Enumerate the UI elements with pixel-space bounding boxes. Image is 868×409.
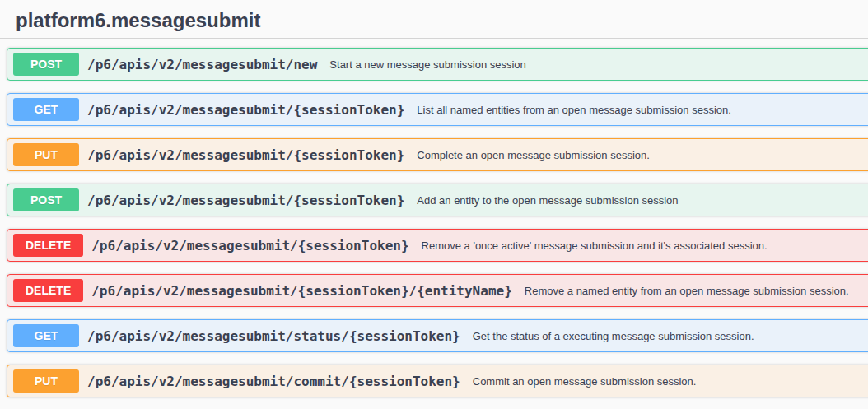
endpoint-path: /p6/apis/v2/messagesubmit/{sessionToken} (87, 147, 404, 163)
endpoint-path: /p6/apis/v2/messagesubmit/{sessionToken} (87, 193, 404, 208)
page-title: platform6.messagesubmit (0, 0, 868, 38)
method-badge: PUT (13, 143, 79, 166)
section-divider (0, 38, 868, 39)
endpoint-path: /p6/apis/v2/messagesubmit/{sessionToken}… (91, 283, 512, 299)
endpoint-row[interactable]: POST /p6/apis/v2/messagesubmit/new Start… (7, 48, 868, 81)
endpoint-path: /p6/apis/v2/messagesubmit/{sessionToken} (91, 238, 408, 253)
endpoint-list: POST /p6/apis/v2/messagesubmit/new Start… (7, 48, 868, 397)
endpoint-description: Remove a 'once active' message submissio… (422, 239, 768, 252)
endpoint-row[interactable]: POST /p6/apis/v2/messagesubmit/{sessionT… (7, 184, 868, 216)
endpoint-path: /p6/apis/v2/messagesubmit/status/{sessio… (87, 328, 460, 344)
endpoint-description: Add an entity to the open message submis… (417, 194, 678, 207)
endpoint-description: Remove a named entity from an open messa… (525, 285, 849, 297)
endpoint-row[interactable]: GET /p6/apis/v2/messagesubmit/{sessionTo… (7, 93, 868, 126)
method-badge: POST (13, 53, 79, 76)
method-badge: DELETE (13, 279, 83, 302)
method-badge: GET (13, 324, 79, 347)
endpoint-path: /p6/apis/v2/messagesubmit/commit/{sessio… (87, 374, 460, 389)
api-section: platform6.messagesubmit POST /p6/apis/v2… (0, 0, 868, 397)
method-badge: DELETE (13, 234, 83, 257)
endpoint-row[interactable]: PUT /p6/apis/v2/messagesubmit/commit/{se… (7, 365, 868, 397)
endpoint-row[interactable]: DELETE /p6/apis/v2/messagesubmit/{sessio… (7, 274, 868, 307)
endpoint-row[interactable]: GET /p6/apis/v2/messagesubmit/status/{se… (7, 319, 868, 352)
endpoint-description: Start a new message submission session (329, 58, 525, 71)
endpoint-description: List all named entities from an open mes… (417, 104, 731, 116)
endpoint-description: Commit an open message submission sessio… (473, 375, 697, 388)
endpoint-row[interactable]: PUT /p6/apis/v2/messagesubmit/{sessionTo… (7, 138, 868, 171)
endpoint-path: /p6/apis/v2/messagesubmit/{sessionToken} (87, 102, 404, 118)
endpoint-row[interactable]: DELETE /p6/apis/v2/messagesubmit/{sessio… (7, 229, 868, 262)
endpoint-path: /p6/apis/v2/messagesubmit/new (87, 57, 317, 72)
method-badge: POST (13, 188, 79, 211)
endpoint-description: Get the status of a executing message su… (473, 330, 754, 342)
endpoint-description: Complete an open message submission sess… (417, 149, 650, 161)
method-badge: GET (13, 98, 79, 121)
method-badge: PUT (13, 369, 79, 393)
